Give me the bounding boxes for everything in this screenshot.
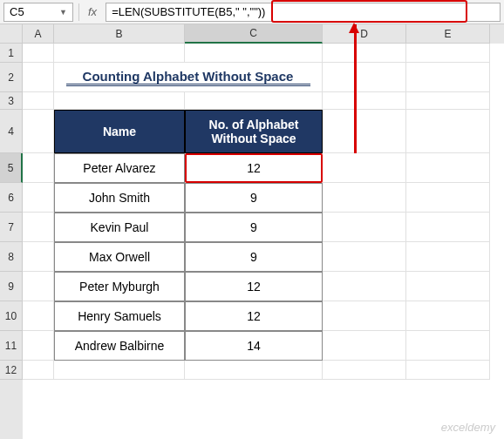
cell[interactable]	[54, 44, 185, 63]
cell[interactable]	[323, 110, 406, 153]
separator	[78, 3, 79, 21]
annotation-arrow	[354, 24, 357, 153]
cell[interactable]	[406, 213, 490, 242]
cell[interactable]	[23, 44, 54, 63]
cell-count[interactable]: 12	[185, 301, 323, 331]
row-header-3[interactable]: 3	[0, 92, 23, 110]
col-headers: A B C D E	[23, 24, 504, 44]
cell-count[interactable]: 12	[185, 272, 323, 301]
row-header-8[interactable]: 8	[0, 242, 23, 272]
cell-count[interactable]: 9	[185, 183, 323, 213]
cell[interactable]	[23, 331, 54, 361]
formula-text: =LEN(SUBSTITUTE(B5," ",""))	[112, 5, 265, 18]
cell[interactable]	[54, 361, 185, 380]
cell[interactable]	[323, 272, 406, 301]
row-header-11[interactable]: 11	[0, 331, 23, 361]
cell[interactable]	[406, 44, 490, 63]
cell[interactable]	[406, 110, 490, 153]
sheet: 1 2 3 4 5 6 7 8 9 10 11 12 A B C D E	[0, 24, 504, 439]
header-count[interactable]: No. of Alphabet Without Space	[185, 110, 323, 153]
cell[interactable]	[23, 153, 54, 183]
row-header-9[interactable]: 9	[0, 272, 23, 301]
chevron-down-icon[interactable]: ▼	[59, 8, 67, 17]
cell[interactable]	[23, 361, 54, 380]
formula-bar[interactable]: =LEN(SUBSTITUTE(B5," ",""))	[106, 3, 501, 22]
cell[interactable]	[406, 361, 490, 380]
cell[interactable]	[406, 272, 490, 301]
cell-name[interactable]: Max Orwell	[54, 242, 185, 272]
cell-name[interactable]: Peter Alvarez	[54, 153, 185, 183]
cell[interactable]	[323, 153, 406, 183]
cell[interactable]	[323, 63, 406, 92]
row-header-10[interactable]: 10	[0, 301, 23, 331]
arrow-head-icon	[349, 23, 359, 33]
toolbar: C5 ▼ fx =LEN(SUBSTITUTE(B5," ",""))	[0, 0, 504, 24]
cell[interactable]	[406, 242, 490, 272]
cell[interactable]	[23, 242, 54, 272]
cell[interactable]	[54, 92, 185, 110]
cells: Counting Alphabet Without Space Name No.…	[23, 44, 504, 380]
header-name[interactable]: Name	[54, 110, 185, 153]
cell[interactable]	[23, 301, 54, 331]
row-header-5[interactable]: 5	[0, 153, 23, 183]
cell-name[interactable]: Kevin Paul	[54, 213, 185, 242]
select-all-corner[interactable]	[0, 24, 23, 44]
name-box-value: C5	[10, 5, 24, 18]
row-header-4[interactable]: 4	[0, 110, 23, 153]
col-header-E[interactable]: E	[406, 24, 490, 44]
cell[interactable]	[406, 183, 490, 213]
col-header-A[interactable]: A	[23, 24, 54, 44]
cell[interactable]	[323, 44, 406, 63]
title-text: Counting Alphabet Without Space	[83, 69, 294, 84]
row-header-2[interactable]: 2	[0, 63, 23, 92]
col-header-B[interactable]: B	[54, 24, 185, 44]
cell-count[interactable]: 14	[185, 331, 323, 361]
cell[interactable]	[406, 301, 490, 331]
cell[interactable]	[406, 331, 490, 361]
col-header-D[interactable]: D	[323, 24, 406, 44]
cell[interactable]	[323, 242, 406, 272]
cell-name[interactable]: Peter Myburgh	[54, 272, 185, 301]
cell[interactable]	[23, 183, 54, 213]
watermark: exceldemy	[441, 421, 495, 434]
row-headers: 1 2 3 4 5 6 7 8 9 10 11 12	[0, 24, 23, 439]
name-box[interactable]: C5 ▼	[3, 3, 73, 22]
cell-name[interactable]: Andrew Balbirne	[54, 331, 185, 361]
cell-count[interactable]: 9	[185, 242, 323, 272]
cell-name[interactable]: John Smith	[54, 183, 185, 213]
title-underline	[66, 84, 310, 86]
cell[interactable]	[406, 92, 490, 110]
row-header-6[interactable]: 6	[0, 183, 23, 213]
title-cell[interactable]: Counting Alphabet Without Space	[54, 63, 323, 92]
cell[interactable]	[323, 92, 406, 110]
cell[interactable]	[23, 63, 54, 92]
cell[interactable]	[185, 92, 323, 110]
fx-icon[interactable]: fx	[85, 5, 100, 18]
cell[interactable]	[406, 63, 490, 92]
grid: A B C D E Counting Alphabet Without Spac…	[23, 24, 504, 439]
cell[interactable]	[23, 110, 54, 153]
row-header-1[interactable]: 1	[0, 44, 23, 63]
cell[interactable]	[23, 272, 54, 301]
cell-count[interactable]: 9	[185, 213, 323, 242]
cell[interactable]	[323, 361, 406, 380]
row-header-7[interactable]: 7	[0, 213, 23, 242]
cell[interactable]	[23, 213, 54, 242]
cell[interactable]	[185, 44, 323, 63]
cell[interactable]	[323, 331, 406, 361]
col-header-C[interactable]: C	[185, 24, 323, 44]
cell-name[interactable]: Henry Samuels	[54, 301, 185, 331]
cell[interactable]	[185, 361, 323, 380]
cell-selected[interactable]: 12	[185, 153, 323, 183]
cell[interactable]	[323, 213, 406, 242]
cell[interactable]	[323, 183, 406, 213]
row-header-12[interactable]: 12	[0, 361, 23, 380]
cell[interactable]	[406, 153, 490, 183]
cell[interactable]	[23, 92, 54, 110]
cell[interactable]	[323, 301, 406, 331]
